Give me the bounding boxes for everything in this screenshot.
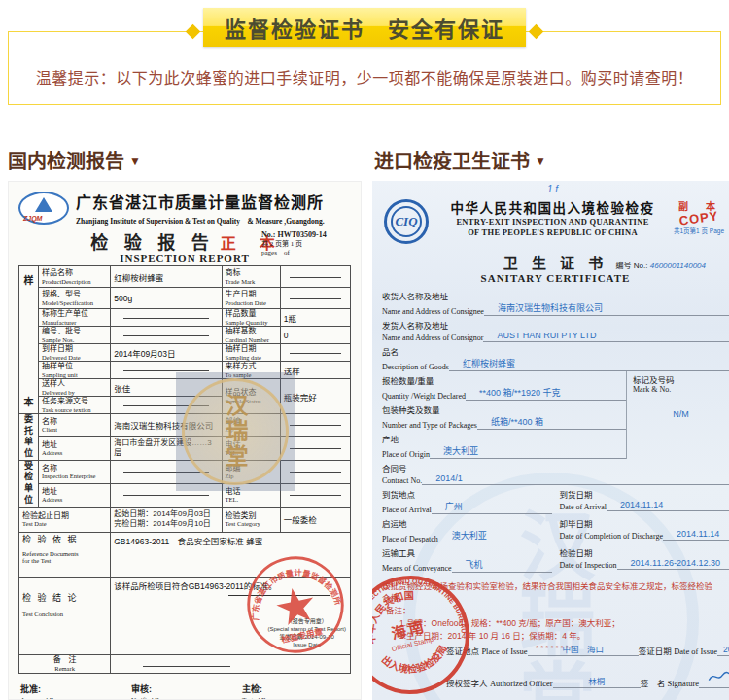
side-label: 单位: [24, 437, 33, 458]
inspection-report-document: ZJQM 广东省湛江市质量计量监督检测所 Zhanjiang Institute…: [8, 181, 362, 700]
field-value: 红柳桉树蜂蜜: [449, 357, 729, 371]
tested-by-block: 主检: Tested By 廖建萌 日期（Date）2014-09-10: [240, 679, 351, 700]
side-label: 委托: [24, 414, 33, 436]
field-conveyance: 运输工具 Means of Conveyance飞机: [382, 546, 552, 573]
table-row: 地址Address 电话TEL.: [19, 483, 351, 507]
label-cell: 电话TEL.: [222, 483, 280, 507]
test-start-date: 起始日期：2014年09月03日: [114, 509, 218, 519]
label-cell: 检验起止日期Test Date: [19, 507, 111, 532]
copy-mark-block: 副 本 COPY 共1页第1 页 Page: [669, 194, 729, 235]
label-en: Test Conclusion: [22, 611, 107, 617]
value-cell: [280, 460, 350, 483]
label-cn: 邮编: [226, 417, 277, 426]
label-cn: 商标: [226, 268, 277, 277]
report-title-row: 检 验 报 告正 本 INSPECTION REPORT No.: HWT035…: [18, 228, 351, 263]
cert-no-label: 编号 No.:: [616, 262, 648, 270]
report-no-label: No.:: [261, 230, 275, 239]
field-discharge-date: 卸毕日期 Date of Completion of Discharge2014…: [560, 517, 729, 543]
sig-label-en: Tested By: [242, 696, 351, 700]
footer-value: 2014 年 12 月 3: [717, 643, 729, 656]
field-label-en: Place of Origin: [382, 450, 430, 459]
side-inspected-cell: 受检单位: [19, 460, 39, 507]
ciq-logo-text: CIQ: [395, 214, 417, 229]
label-en: Manufacturer: [42, 319, 107, 326]
label-cell: 电话TEL.: [222, 437, 280, 460]
value-cell: [111, 654, 351, 673]
chevron-down-icon: ▼: [535, 155, 546, 168]
label-cell: 抽样单位Sampling unit: [39, 362, 111, 379]
blank-line: [290, 352, 342, 354]
label-en: Test Category: [226, 520, 277, 527]
label-cell: 检 验 依 据Reference Documentsfor the Test: [19, 532, 111, 577]
table-row: 送样人Delivered by 张佳 样品状态Sample Status 瓶装完…: [19, 379, 351, 397]
field-label-en: Date of Completion of Discharge: [560, 532, 664, 541]
label-en: Client: [42, 426, 107, 433]
field-value: 2014.11.26-2014.12.30: [617, 558, 729, 570]
field-consignee: 收货人名称及地址 Name and Address of Consignee海南…: [382, 290, 729, 316]
table-row: 抽样单位Sampling unit 来样方式To sample 送样: [19, 362, 351, 379]
label-en: Remark: [22, 665, 107, 672]
label-cell: 地址Address: [39, 483, 111, 507]
zjqm-logo-text: ZJQM: [23, 215, 42, 222]
field-label-en: Place of Arrival: [382, 506, 432, 514]
label-cn: 编号、批号: [42, 327, 107, 335]
value-cell: [111, 483, 222, 507]
value-cell: 一般委检: [280, 507, 350, 532]
label-cell: 标称生产单位Manufacturer: [39, 309, 111, 327]
value-cell: [111, 397, 222, 414]
field-packages: 包装种类及数量 Number and Type of Packages纸箱/**…: [382, 403, 626, 430]
blank-line: [123, 369, 209, 371]
label-cn: 名称: [42, 464, 107, 472]
label-cn: 邮编: [226, 464, 277, 472]
label-en: Inspection Enterprise: [42, 472, 107, 479]
value-cell: [280, 288, 350, 309]
label-cn: 电话: [226, 487, 277, 496]
label-cell: 商标Trade Mark: [222, 266, 280, 288]
table-row: 委托单位 名称Client 海南汉瑞生物科技有限公司 邮编Zip: [19, 414, 351, 437]
footer-label-cn: 签证日期: [639, 647, 672, 656]
warm-tip-text: 温馨提示：以下为此次蜂蜜的进口手续证明，少一项都不能确保是原装进口。购买时请查明…: [36, 65, 694, 88]
label-en: Sample Quantity: [226, 319, 277, 326]
sig-label-cn: 主检:: [242, 684, 262, 694]
label-cn: 抽样基数: [226, 327, 277, 335]
report-pages-en: pages of: [261, 249, 351, 258]
star-icon: [274, 584, 318, 626]
field-arrival-place: 到货地点 Place of Arrival广州: [382, 488, 552, 514]
value-cell: 500g: [111, 288, 222, 309]
label-en: Delivered by: [42, 389, 107, 396]
cert-no-value: 4600001140004: [650, 262, 706, 270]
report-no-value: HWT03509-14: [277, 230, 326, 239]
value-cell: 1瓶: [280, 309, 350, 327]
label-cell: 地址Address: [39, 437, 111, 460]
footer-label-en: Signature: [668, 679, 700, 688]
field-label-cn: 品名: [382, 345, 729, 357]
label-cell: 名称Inspection Enterprise: [39, 460, 111, 483]
field-label-cn: 检验日期: [560, 546, 729, 558]
section-title-domestic-report[interactable]: 国内检测报告▼: [8, 146, 141, 174]
footer-label-en: Date of Issue: [674, 647, 717, 656]
field-label-en: Description of Goods: [382, 363, 449, 371]
label-en: Trade Mark: [226, 278, 277, 285]
side-label: 单位: [24, 483, 33, 505]
red-inspection-stamp: 广东省湛江市质量计量监督检测所 检验专用章: [234, 543, 357, 666]
label-cn: 检 验 依 据: [22, 535, 107, 544]
label-en: Reference Documents: [22, 550, 107, 557]
blank-line: [123, 334, 209, 336]
signature-scribble: [699, 669, 729, 688]
field-label-en: Name and Address of Consignee: [382, 307, 484, 316]
section-title-import-certificate[interactable]: 进口检疫卫生证书▼: [374, 146, 546, 174]
field-value: N/M: [633, 409, 729, 419]
value-cell: 瓶装完好: [280, 379, 350, 414]
field-quantity: 报检数量/重量 Quantity /Weight Declared**400 箱…: [382, 374, 626, 401]
officer-row: 授权签字人 Authorized Officer 林桐 签 名 Signatur…: [446, 669, 729, 688]
value-cell: [280, 266, 350, 288]
org-name: 广东省湛江市质量计量监督检测所: [76, 190, 325, 213]
label-cell: 检验类别Test Category: [222, 507, 280, 532]
table-row: 备 注Remark: [19, 654, 351, 673]
label-cn: 样品数量: [226, 309, 277, 318]
blank-line: [290, 276, 342, 278]
field-label-cn: 报检数量/重量: [382, 374, 626, 386]
label-cell: 抽样日期Sampling date: [222, 344, 280, 362]
label-en: Address: [42, 496, 107, 503]
value-cell: 红柳桉树蜂蜜: [111, 266, 222, 288]
